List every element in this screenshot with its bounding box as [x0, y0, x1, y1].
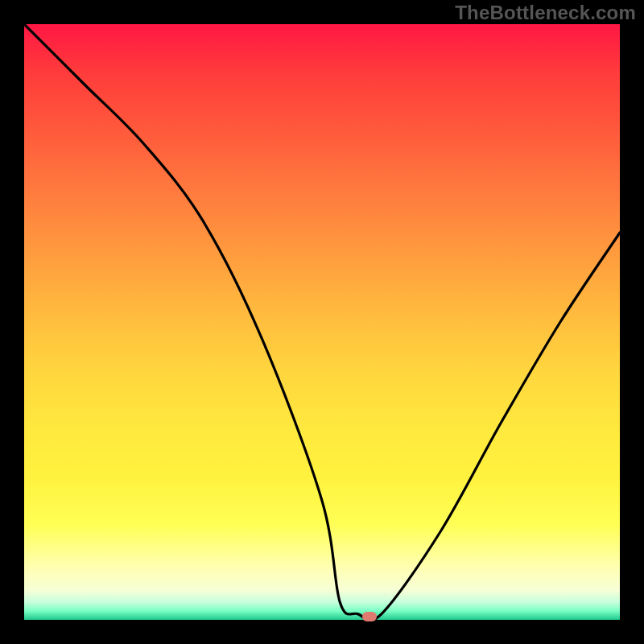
- bottleneck-marker: [362, 612, 377, 621]
- watermark-text: TheBottleneck.com: [455, 2, 636, 24]
- chart-frame: TheBottleneck.com: [0, 0, 644, 644]
- bottleneck-curve: [24, 24, 620, 620]
- curve-path: [24, 24, 620, 620]
- plot-area: [24, 24, 620, 620]
